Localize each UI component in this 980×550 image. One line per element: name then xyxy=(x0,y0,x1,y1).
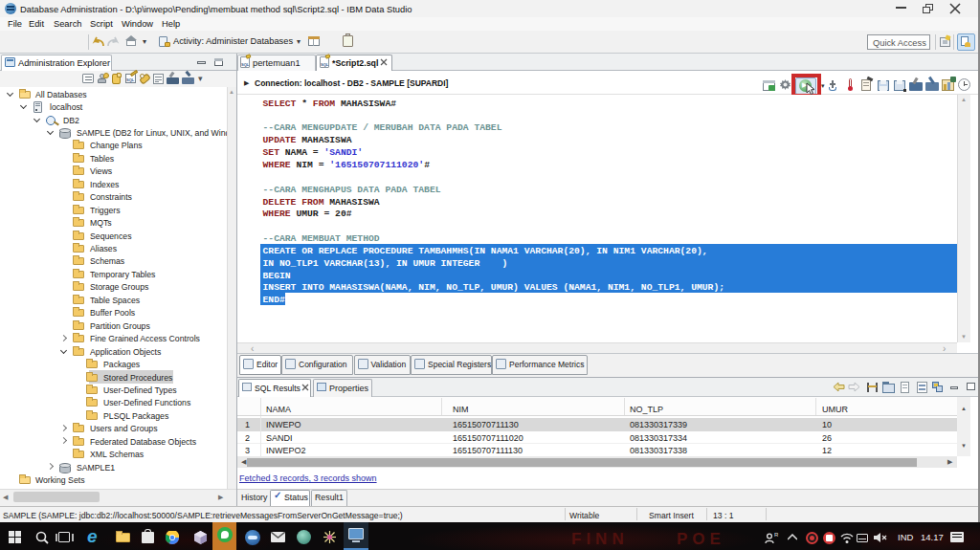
svg-text:R: R xyxy=(774,532,779,538)
